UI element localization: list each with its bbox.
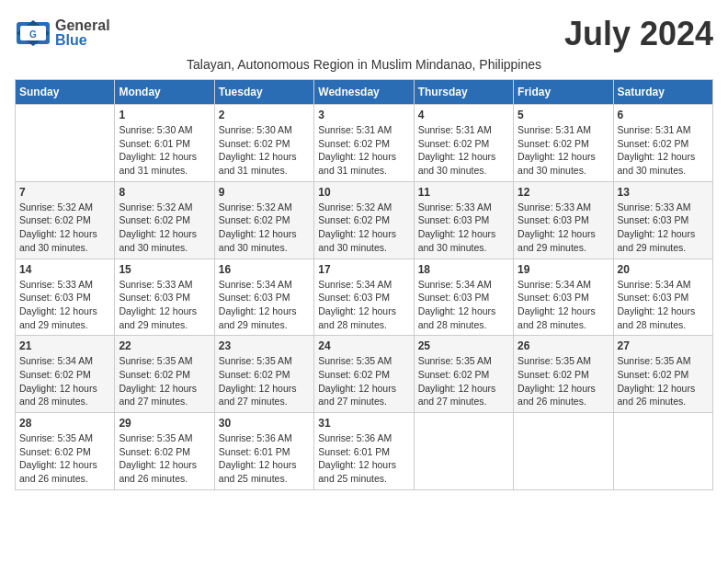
cell-day-number: 21 — [19, 339, 110, 352]
calendar-cell: 7Sunrise: 5:32 AM Sunset: 6:02 PM Daylig… — [16, 181, 115, 259]
calendar-week-row: 28Sunrise: 5:35 AM Sunset: 6:02 PM Dayli… — [16, 413, 713, 490]
cell-day-number: 25 — [418, 339, 509, 352]
cell-day-number: 31 — [318, 417, 409, 430]
cell-day-number: 9 — [219, 186, 310, 199]
cell-daylight-info: Sunrise: 5:33 AM Sunset: 6:03 PM Dayligh… — [19, 278, 110, 332]
cell-daylight-info: Sunrise: 5:35 AM Sunset: 6:02 PM Dayligh… — [418, 354, 509, 408]
calendar-cell — [16, 105, 115, 182]
calendar-cell: 4Sunrise: 5:31 AM Sunset: 6:02 PM Daylig… — [414, 105, 513, 182]
calendar-cell: 15Sunrise: 5:33 AM Sunset: 6:03 PM Dayli… — [115, 259, 214, 336]
calendar-cell: 13Sunrise: 5:33 AM Sunset: 6:03 PM Dayli… — [613, 181, 712, 259]
calendar-cell: 21Sunrise: 5:34 AM Sunset: 6:02 PM Dayli… — [16, 336, 115, 413]
calendar-cell — [514, 413, 613, 490]
cell-day-number: 19 — [518, 263, 609, 276]
cell-daylight-info: Sunrise: 5:31 AM Sunset: 6:02 PM Dayligh… — [418, 123, 509, 178]
cell-daylight-info: Sunrise: 5:33 AM Sunset: 6:03 PM Dayligh… — [618, 201, 709, 255]
calendar-cell: 19Sunrise: 5:34 AM Sunset: 6:03 PM Dayli… — [514, 259, 613, 336]
cell-day-number: 16 — [219, 263, 310, 276]
calendar-cell: 10Sunrise: 5:32 AM Sunset: 6:02 PM Dayli… — [314, 181, 414, 259]
header-wednesday: Wednesday — [314, 80, 414, 105]
calendar-week-row: 1Sunrise: 5:30 AM Sunset: 6:01 PM Daylig… — [16, 105, 713, 182]
cell-daylight-info: Sunrise: 5:35 AM Sunset: 6:02 PM Dayligh… — [318, 354, 409, 408]
cell-daylight-info: Sunrise: 5:34 AM Sunset: 6:03 PM Dayligh… — [618, 278, 709, 332]
header-tuesday: Tuesday — [214, 80, 313, 105]
cell-daylight-info: Sunrise: 5:34 AM Sunset: 6:02 PM Dayligh… — [19, 354, 110, 408]
header-friday: Friday — [514, 80, 613, 105]
calendar-cell: 18Sunrise: 5:34 AM Sunset: 6:03 PM Dayli… — [414, 259, 513, 336]
calendar-week-row: 7Sunrise: 5:32 AM Sunset: 6:02 PM Daylig… — [16, 181, 713, 259]
cell-daylight-info: Sunrise: 5:31 AM Sunset: 6:02 PM Dayligh… — [318, 123, 409, 178]
cell-day-number: 20 — [618, 263, 709, 276]
cell-daylight-info: Sunrise: 5:31 AM Sunset: 6:02 PM Dayligh… — [518, 123, 609, 178]
cell-day-number: 10 — [318, 186, 409, 199]
cell-daylight-info: Sunrise: 5:35 AM Sunset: 6:02 PM Dayligh… — [119, 431, 210, 486]
cell-daylight-info: Sunrise: 5:33 AM Sunset: 6:03 PM Dayligh… — [418, 201, 509, 255]
calendar-cell: 1Sunrise: 5:30 AM Sunset: 6:01 PM Daylig… — [115, 105, 214, 182]
cell-daylight-info: Sunrise: 5:30 AM Sunset: 6:02 PM Dayligh… — [219, 123, 310, 178]
calendar-cell — [414, 413, 513, 490]
cell-daylight-info: Sunrise: 5:33 AM Sunset: 6:03 PM Dayligh… — [119, 278, 210, 332]
cell-day-number: 13 — [618, 186, 709, 199]
calendar-cell: 9Sunrise: 5:32 AM Sunset: 6:02 PM Daylig… — [214, 181, 313, 259]
cell-daylight-info: Sunrise: 5:35 AM Sunset: 6:02 PM Dayligh… — [219, 354, 310, 408]
calendar-cell: 12Sunrise: 5:33 AM Sunset: 6:03 PM Dayli… — [514, 181, 613, 259]
logo-icon: G — [15, 15, 51, 52]
calendar-cell — [613, 413, 712, 490]
calendar-cell: 25Sunrise: 5:35 AM Sunset: 6:02 PM Dayli… — [414, 336, 513, 413]
calendar-cell: 26Sunrise: 5:35 AM Sunset: 6:02 PM Dayli… — [514, 336, 613, 413]
cell-day-number: 28 — [19, 417, 110, 430]
calendar-cell: 6Sunrise: 5:31 AM Sunset: 6:02 PM Daylig… — [613, 105, 712, 182]
cell-daylight-info: Sunrise: 5:33 AM Sunset: 6:03 PM Dayligh… — [518, 201, 609, 255]
cell-daylight-info: Sunrise: 5:36 AM Sunset: 6:01 PM Dayligh… — [318, 431, 409, 486]
svg-text:G: G — [29, 29, 37, 40]
cell-day-number: 27 — [618, 339, 709, 352]
calendar-cell: 22Sunrise: 5:35 AM Sunset: 6:02 PM Dayli… — [115, 336, 214, 413]
cell-day-number: 17 — [318, 263, 409, 276]
calendar-week-row: 14Sunrise: 5:33 AM Sunset: 6:03 PM Dayli… — [16, 259, 713, 336]
calendar-cell: 29Sunrise: 5:35 AM Sunset: 6:02 PM Dayli… — [115, 413, 214, 490]
calendar-cell: 27Sunrise: 5:35 AM Sunset: 6:02 PM Dayli… — [613, 336, 712, 413]
calendar-cell: 17Sunrise: 5:34 AM Sunset: 6:03 PM Dayli… — [314, 259, 414, 336]
cell-daylight-info: Sunrise: 5:32 AM Sunset: 6:02 PM Dayligh… — [19, 201, 110, 255]
cell-daylight-info: Sunrise: 5:36 AM Sunset: 6:01 PM Dayligh… — [219, 431, 310, 486]
cell-daylight-info: Sunrise: 5:32 AM Sunset: 6:02 PM Dayligh… — [318, 201, 409, 255]
cell-day-number: 14 — [19, 263, 110, 276]
cell-daylight-info: Sunrise: 5:34 AM Sunset: 6:03 PM Dayligh… — [318, 278, 409, 332]
logo: G General Blue — [15, 15, 110, 52]
header-monday: Monday — [115, 80, 214, 105]
cell-daylight-info: Sunrise: 5:35 AM Sunset: 6:02 PM Dayligh… — [19, 431, 110, 486]
month-title: July 2024 — [564, 15, 713, 53]
cell-day-number: 12 — [518, 186, 609, 199]
cell-day-number: 24 — [318, 339, 409, 352]
cell-day-number: 26 — [518, 339, 609, 352]
calendar-cell: 20Sunrise: 5:34 AM Sunset: 6:03 PM Dayli… — [613, 259, 712, 336]
header-thursday: Thursday — [414, 80, 513, 105]
cell-day-number: 3 — [318, 109, 409, 121]
header-sunday: Sunday — [16, 80, 115, 105]
calendar-cell: 2Sunrise: 5:30 AM Sunset: 6:02 PM Daylig… — [214, 105, 313, 182]
calendar-body: 1Sunrise: 5:30 AM Sunset: 6:01 PM Daylig… — [16, 105, 713, 490]
calendar-cell: 3Sunrise: 5:31 AM Sunset: 6:02 PM Daylig… — [314, 105, 414, 182]
calendar-subtitle: Talayan, Autonomous Region in Muslim Min… — [15, 57, 713, 72]
calendar-cell: 8Sunrise: 5:32 AM Sunset: 6:02 PM Daylig… — [115, 181, 214, 259]
cell-day-number: 1 — [119, 109, 210, 121]
calendar-cell: 24Sunrise: 5:35 AM Sunset: 6:02 PM Dayli… — [314, 336, 414, 413]
calendar-cell: 28Sunrise: 5:35 AM Sunset: 6:02 PM Dayli… — [16, 413, 115, 490]
cell-day-number: 11 — [418, 186, 509, 199]
calendar-cell: 11Sunrise: 5:33 AM Sunset: 6:03 PM Dayli… — [414, 181, 513, 259]
cell-day-number: 29 — [119, 417, 210, 430]
cell-day-number: 2 — [219, 109, 310, 121]
cell-daylight-info: Sunrise: 5:32 AM Sunset: 6:02 PM Dayligh… — [219, 201, 310, 255]
calendar-cell: 14Sunrise: 5:33 AM Sunset: 6:03 PM Dayli… — [16, 259, 115, 336]
cell-day-number: 30 — [219, 417, 310, 430]
calendar-cell: 23Sunrise: 5:35 AM Sunset: 6:02 PM Dayli… — [214, 336, 313, 413]
cell-daylight-info: Sunrise: 5:34 AM Sunset: 6:03 PM Dayligh… — [418, 278, 509, 332]
cell-day-number: 18 — [418, 263, 509, 276]
cell-daylight-info: Sunrise: 5:31 AM Sunset: 6:02 PM Dayligh… — [618, 123, 709, 178]
cell-day-number: 15 — [119, 263, 210, 276]
calendar-cell: 5Sunrise: 5:31 AM Sunset: 6:02 PM Daylig… — [514, 105, 613, 182]
calendar-week-row: 21Sunrise: 5:34 AM Sunset: 6:02 PM Dayli… — [16, 336, 713, 413]
calendar-table: SundayMondayTuesdayWednesdayThursdayFrid… — [15, 79, 713, 490]
cell-daylight-info: Sunrise: 5:34 AM Sunset: 6:03 PM Dayligh… — [219, 278, 310, 332]
header-saturday: Saturday — [613, 80, 712, 105]
